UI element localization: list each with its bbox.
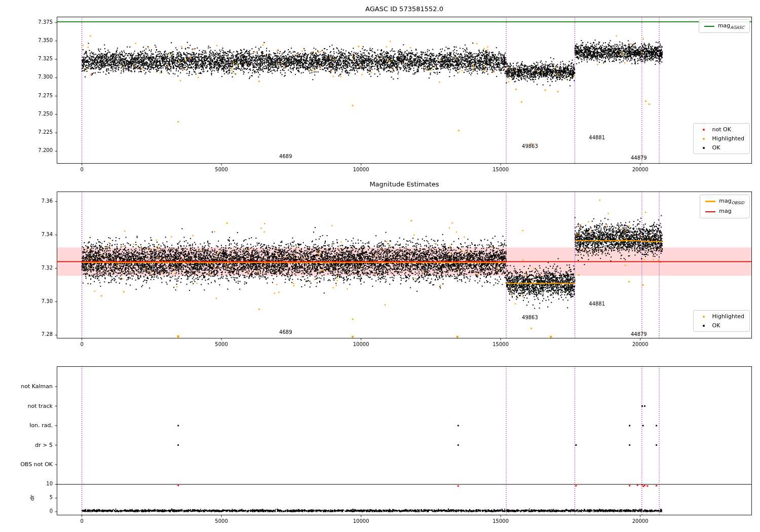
legend-plot2-markers: Highlighted OK: [693, 310, 750, 332]
plot2-title: Magnitude Estimates: [369, 180, 439, 188]
plot1-title: AGASC ID 573581552.0: [365, 5, 443, 13]
telemetry-flags-plot-canvas: [50, 359, 759, 522]
ok-dot-marker: [703, 147, 705, 149]
marker-box: [699, 316, 709, 318]
marker-box: [699, 147, 709, 149]
not-ok-dot-marker: [703, 129, 705, 131]
legend-item-ok: OK: [699, 144, 744, 151]
y-tick-label: 7.275: [38, 93, 53, 98]
marker-box: [705, 211, 715, 212]
legend-label-mag-obsid: magOBSID: [719, 198, 744, 205]
x-tick-label: 10000: [353, 518, 369, 524]
x-tick-label: 0: [80, 167, 83, 172]
y-tick-label: 7.225: [38, 129, 53, 135]
highlighted-dot-marker: [703, 138, 705, 140]
dr-tick-label: 0: [50, 508, 53, 514]
magnitude-estimates-plot-canvas: [50, 184, 759, 346]
marker-box: [699, 129, 709, 131]
legend-plot1-markers: not OK Highlighted OK: [693, 123, 750, 154]
y-tick-label: 7.375: [38, 19, 53, 25]
mag-obsid-line-marker: [705, 201, 715, 202]
flag-row-label: OBS not OK: [20, 461, 53, 468]
legend-item-highlighted: Highlighted: [699, 313, 744, 320]
legend-label-mag: mag: [719, 208, 731, 215]
legend-mag-lines: magOBSID mag: [700, 195, 750, 218]
flag-row-label: not Kalman: [21, 383, 53, 390]
legend-label-mag-agasc: magAGASC: [718, 22, 744, 30]
ok-dot-marker: [703, 325, 705, 327]
obsid-annotation: 44881: [589, 301, 605, 307]
flag-row-label: not track: [27, 403, 53, 409]
x-tick-label: 15000: [492, 167, 509, 172]
highlighted-dot-marker: [703, 316, 705, 318]
dr-axis-label: dr: [29, 495, 35, 501]
x-tick-label: 5000: [215, 341, 227, 347]
y-tick-label: 7.300: [38, 74, 53, 80]
legend-label-highlighted: Highlighted: [712, 313, 744, 320]
x-tick-label: 5000: [215, 518, 227, 524]
obsid-annotation: 4689: [279, 329, 292, 335]
x-tick-label: 10000: [353, 167, 369, 172]
legend-label-ok: OK: [712, 144, 720, 151]
legend-item-ok: OK: [699, 322, 744, 329]
y-tick-label: 7.30: [42, 298, 53, 304]
y-tick-label: 7.250: [38, 111, 53, 117]
y-tick-label: 7.36: [42, 198, 53, 204]
figure: AGASC ID 573581552.0 Magnitude Estimates…: [0, 0, 760, 532]
obsid-annotation: 44879: [631, 331, 647, 337]
flag-row-label: Ion. rad.: [29, 422, 53, 429]
dr-tick-label: 5: [50, 495, 53, 500]
obsid-annotation: 44879: [631, 155, 647, 161]
legend-item-mag-agasc: magAGASC: [704, 22, 744, 30]
y-tick-label: 7.34: [42, 232, 53, 237]
obsid-annotation: 44881: [589, 135, 605, 140]
legend-label-highlighted: Highlighted: [712, 135, 744, 142]
x-tick-label: 20000: [632, 167, 649, 172]
x-tick-label: 15000: [492, 518, 509, 524]
mag-agasc-line-marker: [704, 26, 714, 27]
legend-item-mag: mag: [705, 208, 744, 215]
y-tick-label: 7.325: [38, 56, 53, 61]
marker-box: [699, 325, 709, 327]
legend-mag-agasc: magAGASC: [699, 19, 750, 33]
marker-box: [705, 201, 715, 202]
y-tick-label: 7.32: [42, 265, 53, 271]
x-tick-label: 20000: [632, 518, 649, 524]
x-tick-label: 10000: [353, 341, 369, 347]
mag-line-marker: [705, 211, 715, 212]
agasc-mag-plot-canvas: [50, 10, 759, 171]
y-tick-label: 7.28: [42, 331, 53, 337]
obsid-annotation: 4689: [279, 154, 292, 159]
legend-item-not-ok: not OK: [699, 126, 744, 133]
flag-row-label: dr > 5: [35, 442, 53, 448]
y-tick-label: 7.350: [38, 37, 53, 43]
obsid-annotation: 49863: [522, 315, 538, 320]
x-tick-label: 5000: [215, 167, 227, 172]
marker-box: [699, 138, 709, 140]
x-tick-label: 0: [80, 518, 83, 524]
legend-label-not-ok: not OK: [712, 126, 731, 133]
obsid-annotation: 49863: [522, 143, 538, 149]
legend-item-mag-obsid: magOBSID: [705, 198, 744, 205]
marker-box: [704, 26, 714, 27]
y-tick-label: 7.200: [38, 147, 53, 153]
x-tick-label: 20000: [632, 341, 649, 347]
dr-tick-label: 10: [46, 481, 53, 486]
legend-label-ok: OK: [712, 322, 720, 329]
x-tick-label: 15000: [492, 341, 509, 347]
x-tick-label: 0: [80, 341, 83, 347]
legend-item-highlighted: Highlighted: [699, 135, 744, 142]
